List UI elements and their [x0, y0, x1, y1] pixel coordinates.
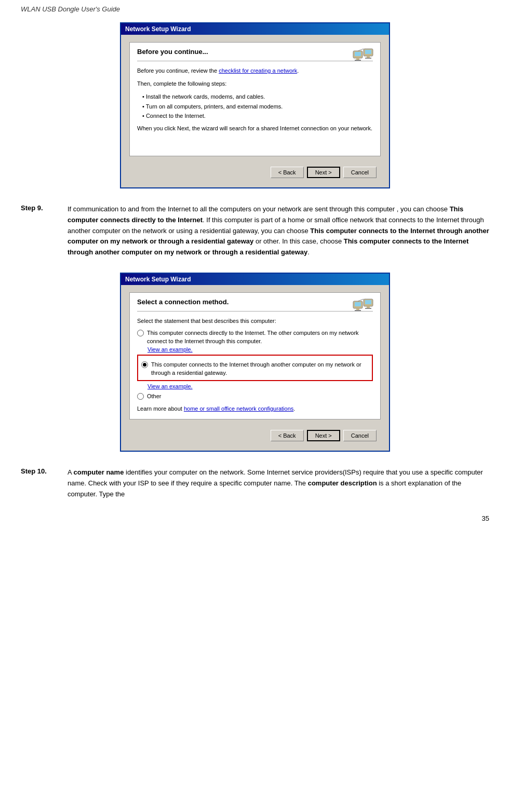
step9-label: Step 9. [21, 204, 62, 258]
radio-option2-button[interactable] [141, 361, 148, 368]
wizard1-note: When you click Next, the wizard will sea… [137, 125, 373, 131]
svg-rect-2 [356, 58, 359, 60]
wizard1-section-title: Before you continue... [137, 48, 373, 56]
option2-label: This computer connects to the Internet t… [151, 361, 361, 375]
header-title: WLAN USB Dongle User's Guide [21, 5, 120, 13]
wizard1-back-button[interactable]: < Back [271, 167, 304, 178]
option2-text: This computer connects to the Internet t… [151, 361, 369, 377]
step10-text: A computer name identifies your computer… [68, 467, 489, 499]
wizard2-option1: This computer connects directly to the I… [137, 329, 373, 345]
radio-option3-button[interactable] [137, 393, 144, 400]
svg-rect-15 [367, 306, 370, 308]
checklist-link[interactable]: checklist for creating a network [219, 67, 297, 74]
wizard1-title-text: Network Setup Wizard [125, 25, 191, 33]
wizard1-cancel-button[interactable]: Cancel [343, 167, 377, 178]
step9-text: If communication to and from the Interne… [68, 204, 489, 258]
wizard2-learn-more: Learn more about home or small office ne… [137, 405, 373, 412]
wizard1-then-text: Then, complete the following steps: [137, 79, 373, 88]
step10-label: Step 10. [21, 467, 62, 499]
learn-text: Learn more about [137, 405, 182, 412]
page-header: WLAN USB Dongle User's Guide [21, 5, 489, 13]
wizard1-next-button[interactable]: Next > [307, 167, 340, 178]
wizard1-container: Network Setup Wizard Before you continue… [120, 22, 390, 188]
svg-line-8 [358, 49, 364, 51]
wizard1-intro-text: Before you continue, review the [137, 67, 217, 74]
wizard2-titlebar: Network Setup Wizard [121, 274, 389, 285]
bullet-item-1: Install the network cards, modems, and c… [142, 92, 373, 102]
step10-label-text: Step 10. [21, 467, 47, 475]
svg-rect-16 [365, 308, 371, 309]
wizard1-button-row: < Back Next > Cancel [129, 164, 381, 181]
svg-rect-6 [367, 56, 370, 58]
wizard2-back-button[interactable]: < Back [271, 430, 304, 441]
wizard2-inner: Select a connection method. [129, 292, 381, 419]
wizard2-content: Select a connection method. [121, 285, 389, 451]
step10-block: Step 10. A computer name identifies your… [21, 467, 489, 499]
wizard1-divider [137, 61, 373, 61]
page-number: 35 [482, 515, 489, 522]
svg-rect-14 [365, 300, 371, 304]
radio-option1-button[interactable] [137, 330, 144, 336]
option3-text: Other [147, 393, 373, 400]
svg-rect-3 [355, 60, 361, 61]
page-number-area: 35 [21, 515, 489, 522]
wizard2-select-text: Select the statement that best describes… [137, 317, 373, 326]
step9-label-text: Step 9. [21, 204, 43, 212]
svg-rect-7 [365, 58, 371, 59]
wizard2-option2: This computer connects to the Internet t… [141, 361, 369, 377]
wizard2-section-title: Select a connection method. [137, 298, 373, 306]
step10-text1: A [68, 468, 74, 476]
wizard2-option2-highlight: This computer connects to the Internet t… [137, 355, 373, 381]
wizard1-bullet-list: Install the network cards, modems, and c… [142, 92, 373, 121]
svg-rect-11 [356, 308, 359, 310]
page-wrapper: WLAN USB Dongle User's Guide Network Set… [21, 5, 489, 522]
svg-rect-10 [355, 302, 361, 306]
wizard2-container: Network Setup Wizard Select a connection… [120, 273, 390, 452]
wizard2-title-text: Network Setup Wizard [125, 276, 191, 283]
wizard2-next-button[interactable]: Next > [307, 430, 340, 441]
option1-view-example[interactable]: View an example. [147, 346, 373, 353]
step10-bold1: computer name [74, 468, 124, 476]
wizard1-intro-text2: . [297, 67, 299, 74]
wizard2-button-row: < Back Next > Cancel [129, 427, 381, 444]
step9-block: Step 9. If communication to and from the… [21, 204, 489, 258]
svg-rect-1 [355, 52, 361, 56]
option2-view-example[interactable]: View an example. [147, 383, 373, 389]
wizard1-intro: Before you continue, review the checklis… [137, 66, 373, 75]
bullet-item-2: Turn on all computers, printers, and ext… [142, 102, 373, 112]
network-icon-2 [352, 297, 375, 318]
step9-text1: If communication to and from the Interne… [68, 205, 450, 213]
bullet-item-3: Connect to the Internet. [142, 111, 373, 121]
step10-bold2: computer description [308, 479, 377, 487]
wizard2-option3: Other [137, 393, 373, 400]
wizard1-titlebar: Network Setup Wizard [121, 23, 389, 35]
learn-text2: . [293, 405, 295, 412]
wizard1-content: Before you continue... [121, 35, 389, 187]
learn-link[interactable]: home or small office network configurati… [184, 405, 293, 412]
wizard1-inner: Before you continue... [129, 42, 381, 156]
step9-text-end: . [307, 248, 310, 256]
option1-text: This computer connects directly to the I… [147, 329, 373, 345]
svg-rect-5 [365, 50, 371, 54]
option1-label: This computer connects directly to the I… [147, 330, 359, 344]
wizard2-cancel-button[interactable]: Cancel [343, 430, 377, 441]
svg-line-17 [358, 299, 364, 301]
network-icon [352, 47, 375, 67]
svg-rect-12 [355, 310, 361, 311]
wizard2-divider [137, 311, 373, 312]
step9-text3: or other. In this case, choose [253, 237, 343, 245]
